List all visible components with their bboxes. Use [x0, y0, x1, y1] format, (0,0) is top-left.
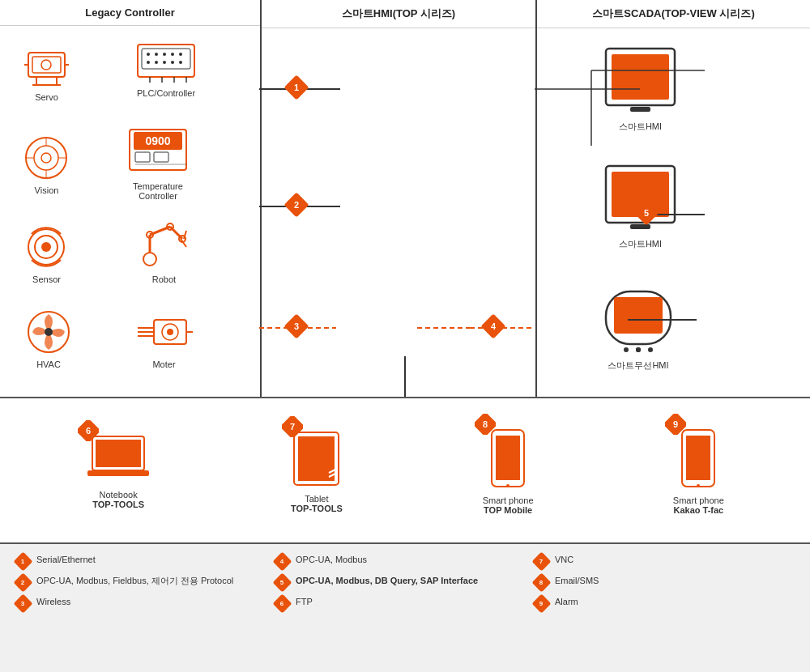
section-scada: 스마트SCADA(TOP-VIEW 시리즈) Database: [537, 0, 810, 397]
vision-label: Vision: [35, 185, 59, 195]
sensor-device: Sensor: [20, 223, 73, 284]
legend-item-7: 7 VNC: [535, 554, 794, 568]
sensor-label: Sensor: [32, 274, 61, 284]
legend-badge-3: 3: [13, 593, 32, 613]
vision-device: Vision: [20, 134, 73, 195]
section-legacy: Legacy Controller Servo: [0, 0, 262, 397]
legend-badge-6: 6: [272, 593, 292, 613]
svg-point-40: [143, 253, 156, 266]
temp-label: TemperatureController: [133, 181, 183, 201]
legend-badge-2: 2: [13, 572, 32, 592]
hvac-label: HVAC: [36, 359, 61, 369]
servo-icon: [20, 45, 73, 89]
moter-device: Moter: [134, 308, 194, 369]
servo-device: Servo: [20, 45, 73, 102]
svg-text:6: 6: [86, 426, 91, 436]
sensor-icon: [20, 223, 73, 271]
hmi-title: 스마트HMI(TOP 시리즈): [262, 0, 535, 28]
legend-text-1: Serial/Ethernet: [36, 554, 96, 566]
svg-text:0900: 0900: [145, 134, 170, 147]
servo-label: Servo: [35, 92, 58, 102]
svg-rect-147: [686, 436, 710, 480]
legend-text-5: OPC-UA, Modbus, DB Query, SAP Interface: [296, 575, 478, 587]
legend-badge-9: 9: [531, 593, 551, 613]
svg-point-17: [163, 61, 166, 64]
legacy-title: Legacy Controller: [0, 0, 260, 26]
svg-point-50: [45, 328, 53, 336]
svg-rect-142: [496, 436, 520, 480]
svg-rect-1: [32, 57, 61, 73]
svg-point-19: [179, 61, 182, 64]
svg-point-18: [171, 61, 174, 64]
vision-icon: [20, 134, 73, 182]
svg-point-11: [155, 53, 158, 56]
section-hmi: 스마트HMI(TOP 시리즈) 스마트HMI: [262, 0, 537, 397]
legend-text-4: OPC-UA, Modbus: [296, 554, 367, 566]
top-area: Legacy Controller Servo: [0, 0, 810, 397]
phone2-icon: [678, 426, 718, 491]
badge7-icon: 7: [282, 416, 303, 437]
tablet-label: Tablet TOP-TOOLS: [291, 494, 343, 513]
tablet-icon: [290, 428, 343, 489]
notebook-label: Notebook TOP-TOOLS: [92, 490, 144, 509]
legend-text-8: Email/SMS: [555, 575, 599, 587]
moter-icon: [134, 308, 194, 356]
temp-icon: 0900: [126, 125, 190, 178]
svg-point-16: [155, 61, 158, 64]
legend-item-8: 8 Email/SMS: [535, 575, 794, 589]
svg-rect-136: [298, 436, 335, 481]
legend-badge-1: 1: [13, 551, 32, 571]
smartphone-kakao-device: 9 Smart phone Kakao T-fac: [673, 426, 724, 515]
svg-text:9: 9: [673, 419, 678, 429]
svg-point-25: [34, 146, 58, 170]
moter-label: Moter: [152, 359, 175, 369]
robot-label: Robot: [152, 274, 176, 284]
hvac-device: HVAC: [20, 308, 77, 369]
badge6-icon: 6: [78, 420, 99, 441]
svg-rect-131: [96, 440, 141, 467]
plc-label: PLC/Controller: [137, 88, 195, 98]
svg-point-5: [41, 60, 51, 70]
svg-point-13: [171, 53, 174, 56]
legend-text-3: Wireless: [36, 596, 70, 608]
phone1-icon: [488, 426, 528, 491]
tablet-device: 7 Tablet TOP-TOOLS: [290, 428, 343, 513]
legend-col3: 7 VNC 8 Email/SMS 9 Alarm: [535, 554, 794, 662]
plc-icon: [134, 40, 198, 85]
robot-icon: [134, 219, 194, 271]
smartphone-kakao-label: Smart phone Kakao T-fac: [673, 495, 724, 515]
smartphone-topmobile-label: Smart phoneTOP Mobile: [483, 495, 534, 515]
svg-rect-34: [135, 152, 150, 162]
plc-device: PLC/Controller: [134, 40, 198, 98]
legend-text-2: OPC-UA, Modbus, Fieldbus, 제어기 전용 Protoco…: [36, 575, 233, 587]
legend-text-7: VNC: [555, 554, 573, 566]
svg-point-14: [179, 53, 182, 56]
legend-col2: 4 OPC-UA, Modbus 5 OPC-UA, Modbus, DB Qu…: [275, 554, 535, 662]
svg-point-10: [147, 53, 150, 56]
svg-point-15: [147, 61, 150, 64]
full-page: Legacy Controller Servo: [0, 0, 810, 672]
svg-point-148: [697, 484, 700, 487]
legend-badge-7: 7: [531, 551, 551, 571]
legend-text-6: FTP: [296, 596, 313, 608]
legend-item-1: 1 Serial/Ethernet: [16, 554, 275, 568]
legend-text-9: Alarm: [555, 596, 578, 608]
svg-point-26: [41, 153, 51, 163]
temp-device: 0900 TemperatureController: [126, 125, 190, 201]
legend-badge-8: 8: [531, 572, 551, 592]
legend-item-2: 2 OPC-UA, Modbus, Fieldbus, 제어기 전용 Proto…: [16, 575, 275, 589]
svg-point-143: [506, 484, 509, 487]
svg-rect-8: [138, 45, 194, 77]
svg-text:8: 8: [483, 419, 488, 429]
svg-rect-35: [154, 152, 168, 162]
svg-point-56: [167, 329, 173, 335]
badge9-icon: 9: [665, 414, 686, 435]
smartphone-topmobile-device: 8 Smart phoneTOP Mobile: [483, 426, 534, 515]
legend-item-6: 6 FTP: [275, 596, 535, 610]
legend-item-5: 5 OPC-UA, Modbus, DB Query, SAP Interfac…: [275, 575, 535, 589]
legend-col1: 1 Serial/Ethernet 2 OPC-UA, Modbus, Fiel…: [16, 554, 275, 662]
hvac-icon: [20, 308, 77, 356]
robot-device: Robot: [134, 219, 194, 284]
legend-item-4: 4 OPC-UA, Modbus: [275, 554, 535, 568]
svg-point-12: [163, 53, 166, 56]
